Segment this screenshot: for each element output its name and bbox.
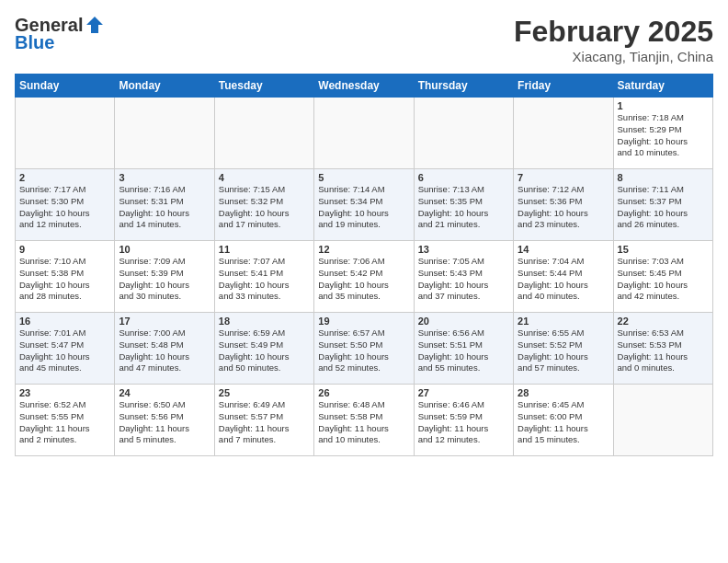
day-info: Sunrise: 6:57 AM <box>318 327 409 339</box>
day-info: and 2 minutes. <box>19 434 110 446</box>
day-number: 4 <box>219 172 310 183</box>
day-info: Sunset: 5:37 PM <box>618 196 709 208</box>
calendar-week-row: 1Sunrise: 7:18 AMSunset: 5:29 PMDaylight… <box>16 98 713 169</box>
day-number: 8 <box>618 172 709 183</box>
table-row: 14Sunrise: 7:04 AMSunset: 5:44 PMDayligh… <box>514 241 613 313</box>
day-info: Sunrise: 7:09 AM <box>119 256 210 268</box>
day-info: Sunset: 5:49 PM <box>219 339 310 351</box>
day-info: Daylight: 10 hours <box>119 280 210 292</box>
day-info: Sunrise: 7:00 AM <box>119 327 210 339</box>
day-info: and 47 minutes. <box>119 362 210 374</box>
table-row: 6Sunrise: 7:13 AMSunset: 5:35 PMDaylight… <box>414 169 513 241</box>
day-number: 21 <box>518 316 609 327</box>
day-info: Sunset: 5:48 PM <box>119 339 210 351</box>
day-info: Daylight: 11 hours <box>19 423 110 435</box>
day-info: Sunset: 6:00 PM <box>518 411 609 423</box>
day-info: and 14 minutes. <box>119 219 210 231</box>
day-info: Daylight: 11 hours <box>219 423 310 435</box>
day-number: 14 <box>518 244 609 255</box>
day-info: Sunrise: 6:45 AM <box>518 399 609 411</box>
day-info: and 42 minutes. <box>618 291 709 303</box>
table-row <box>613 385 712 456</box>
table-row: 11Sunrise: 7:07 AMSunset: 5:41 PMDayligh… <box>214 241 313 313</box>
day-number: 7 <box>518 172 609 183</box>
day-number: 18 <box>219 316 310 327</box>
day-number: 24 <box>119 387 210 398</box>
table-row: 10Sunrise: 7:09 AMSunset: 5:39 PMDayligh… <box>115 241 214 313</box>
table-row: 25Sunrise: 6:49 AMSunset: 5:57 PMDayligh… <box>214 385 313 456</box>
day-info: Daylight: 10 hours <box>219 351 310 363</box>
day-info: Sunrise: 6:52 AM <box>19 399 110 411</box>
calendar-header-row: Sunday Monday Tuesday Wednesday Thursday… <box>16 75 713 98</box>
day-info: Sunset: 5:45 PM <box>618 268 709 280</box>
day-info: Sunrise: 7:14 AM <box>318 184 409 196</box>
header-tuesday: Tuesday <box>214 75 313 98</box>
day-info: and 37 minutes. <box>418 291 509 303</box>
day-info: Sunrise: 7:10 AM <box>19 256 110 268</box>
day-number: 5 <box>318 172 409 183</box>
day-info: Sunrise: 7:07 AM <box>219 256 310 268</box>
day-info: Sunset: 5:35 PM <box>418 196 509 208</box>
day-number: 23 <box>19 387 110 398</box>
day-info: and 55 minutes. <box>418 362 509 374</box>
day-info: Sunrise: 7:17 AM <box>19 184 110 196</box>
day-info: Daylight: 10 hours <box>318 351 409 363</box>
table-row: 3Sunrise: 7:16 AMSunset: 5:31 PMDaylight… <box>115 169 214 241</box>
day-info: and 12 minutes. <box>19 219 110 231</box>
day-info: Sunrise: 7:16 AM <box>119 184 210 196</box>
day-info: Sunrise: 6:46 AM <box>418 399 509 411</box>
table-row: 13Sunrise: 7:05 AMSunset: 5:43 PMDayligh… <box>414 241 513 313</box>
day-info: and 35 minutes. <box>318 291 409 303</box>
day-info: Sunrise: 6:50 AM <box>119 399 210 411</box>
day-number: 22 <box>618 316 709 327</box>
day-info: Sunrise: 7:18 AM <box>618 112 709 124</box>
calendar-week-row: 9Sunrise: 7:10 AMSunset: 5:38 PMDaylight… <box>16 241 713 313</box>
table-row: 18Sunrise: 6:59 AMSunset: 5:49 PMDayligh… <box>214 313 313 385</box>
table-row: 15Sunrise: 7:03 AMSunset: 5:45 PMDayligh… <box>613 241 712 313</box>
day-number: 16 <box>19 316 110 327</box>
header-thursday: Thursday <box>414 75 513 98</box>
day-info: and 5 minutes. <box>119 434 210 446</box>
day-info: and 50 minutes. <box>219 362 310 374</box>
day-info: and 10 minutes. <box>318 434 409 446</box>
day-info: Daylight: 10 hours <box>518 208 609 220</box>
day-info: Sunset: 5:56 PM <box>119 411 210 423</box>
day-info: Sunrise: 6:59 AM <box>219 327 310 339</box>
table-row: 23Sunrise: 6:52 AMSunset: 5:55 PMDayligh… <box>16 385 115 456</box>
day-info: and 23 minutes. <box>518 219 609 231</box>
day-number: 2 <box>19 172 110 183</box>
day-info: Sunset: 5:36 PM <box>518 196 609 208</box>
day-info: Daylight: 10 hours <box>219 280 310 292</box>
day-info: Sunset: 5:55 PM <box>19 411 110 423</box>
day-info: and 7 minutes. <box>219 434 310 446</box>
day-info: Sunset: 5:53 PM <box>618 339 709 351</box>
day-info: Daylight: 10 hours <box>618 136 709 148</box>
table-row <box>16 98 115 169</box>
day-info: and 17 minutes. <box>219 219 310 231</box>
day-info: Daylight: 10 hours <box>318 280 409 292</box>
day-info: and 26 minutes. <box>618 219 709 231</box>
calendar-week-row: 23Sunrise: 6:52 AMSunset: 5:55 PMDayligh… <box>16 385 713 456</box>
table-row <box>314 98 414 169</box>
day-number: 11 <box>219 244 310 255</box>
table-row <box>115 98 214 169</box>
day-info: and 52 minutes. <box>318 362 409 374</box>
calendar-week-row: 16Sunrise: 7:01 AMSunset: 5:47 PMDayligh… <box>16 313 713 385</box>
day-info: Sunrise: 7:13 AM <box>418 184 509 196</box>
day-number: 19 <box>318 316 409 327</box>
day-info: and 10 minutes. <box>618 147 709 159</box>
day-info: Sunset: 5:42 PM <box>318 268 409 280</box>
day-info: Daylight: 10 hours <box>618 208 709 220</box>
table-row: 26Sunrise: 6:48 AMSunset: 5:58 PMDayligh… <box>314 385 414 456</box>
table-row: 21Sunrise: 6:55 AMSunset: 5:52 PMDayligh… <box>514 313 613 385</box>
logo: General Blue <box>15 15 105 53</box>
day-number: 13 <box>418 244 509 255</box>
header-sunday: Sunday <box>16 75 115 98</box>
table-row: 22Sunrise: 6:53 AMSunset: 5:53 PMDayligh… <box>613 313 712 385</box>
day-info: and 30 minutes. <box>119 291 210 303</box>
day-info: Sunrise: 6:49 AM <box>219 399 310 411</box>
day-number: 17 <box>119 316 210 327</box>
day-info: Sunset: 5:47 PM <box>19 339 110 351</box>
day-info: Daylight: 10 hours <box>518 351 609 363</box>
day-info: Daylight: 10 hours <box>618 280 709 292</box>
